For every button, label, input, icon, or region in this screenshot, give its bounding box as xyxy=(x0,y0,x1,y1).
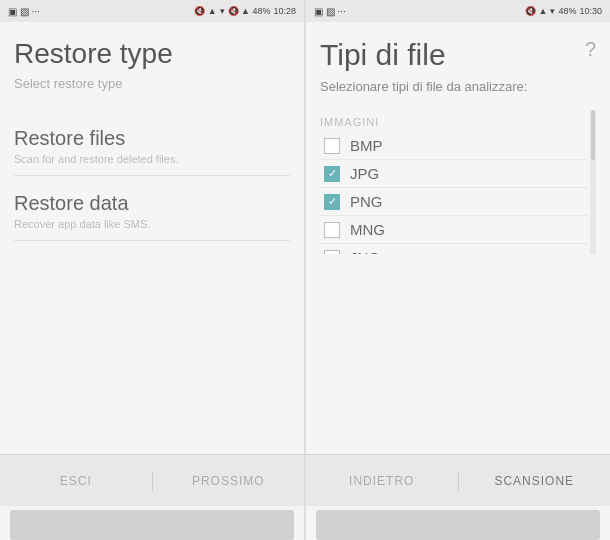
right-bottom-bar: INDIETRO SCANSIONE xyxy=(306,454,610,506)
indietro-button[interactable]: INDIETRO xyxy=(306,474,458,488)
mng-label: MNG xyxy=(350,221,385,238)
file-list-container: IMMAGINI BMP JPG PNG MNG xyxy=(320,110,596,254)
file-list: IMMAGINI BMP JPG PNG MNG xyxy=(320,110,588,254)
immagini-category: IMMAGINI xyxy=(320,110,588,132)
left-status-bar: ▣ ▨ ··· 🔇 ▲ ▾ 🔇 ▲ 48% 10:28 xyxy=(0,0,304,22)
left-status-left-icons: ▣ ▨ ··· xyxy=(8,6,40,17)
scrollbar[interactable] xyxy=(590,110,596,254)
mng-checkbox[interactable] xyxy=(324,222,340,238)
left-mute-icon: 🔇 xyxy=(194,6,205,16)
right-battery: 48% xyxy=(558,6,576,16)
jpg-label: JPG xyxy=(350,165,379,182)
scrollbar-thumb[interactable] xyxy=(591,110,595,160)
restore-data-item[interactable]: Restore data Recover app data like SMS. xyxy=(14,176,290,241)
right-status-left-icons: ▣ ▨ ··· xyxy=(314,6,346,17)
left-status-right: 🔇 ▲ ▾ 🔇 ▲ 48% 10:28 xyxy=(194,6,296,16)
restore-type-subtitle: Select restore type xyxy=(14,76,290,91)
restore-files-item[interactable]: Restore files Scan for and restore delet… xyxy=(14,111,290,176)
png-item[interactable]: PNG xyxy=(320,188,588,216)
right-mute-icon: 🔇 xyxy=(525,6,536,16)
help-button[interactable]: ? xyxy=(585,38,596,61)
jng-label: JNG xyxy=(350,249,380,254)
right-bottom-gray-bar xyxy=(316,510,600,540)
bmp-label: BMP xyxy=(350,137,383,154)
png-checkbox[interactable] xyxy=(324,194,340,210)
restore-files-desc: Scan for and restore deleted files. xyxy=(14,153,290,165)
right-wifi-icon: ▾ xyxy=(550,6,555,16)
right-panel: ▣ ▨ ··· 🔇 ▲ ▾ 48% 10:30 Tipi di file ? S… xyxy=(305,0,610,540)
left-panel-content: Restore type Select restore type Restore… xyxy=(0,22,304,254)
left-bottom-bar: ESCI PROSSIMO xyxy=(0,454,304,506)
bmp-item[interactable]: BMP xyxy=(320,132,588,160)
mng-item[interactable]: MNG xyxy=(320,216,588,244)
right-header: Tipi di file ? xyxy=(320,38,596,72)
restore-type-title: Restore type xyxy=(14,38,290,70)
right-time: 10:30 xyxy=(579,6,602,16)
scansione-button[interactable]: SCANSIONE xyxy=(459,474,611,488)
esci-button[interactable]: ESCI xyxy=(0,474,152,488)
jng-checkbox[interactable] xyxy=(324,250,340,254)
right-signal-icon: ▲ xyxy=(539,6,548,16)
restore-data-title: Restore data xyxy=(14,192,290,215)
jpg-item[interactable]: JPG xyxy=(320,160,588,188)
left-signal-icon: ▲ xyxy=(208,6,217,16)
right-status-right: 🔇 ▲ ▾ 48% 10:30 xyxy=(525,6,602,16)
file-types-title: Tipi di file xyxy=(320,38,446,72)
png-label: PNG xyxy=(350,193,383,210)
bmp-checkbox[interactable] xyxy=(324,138,340,154)
left-battery: 🔇 ▲ 48% xyxy=(228,6,271,16)
left-wifi-icon: ▾ xyxy=(220,6,225,16)
jpg-checkbox[interactable] xyxy=(324,166,340,182)
restore-files-title: Restore files xyxy=(14,127,290,150)
left-bottom-gray-bar xyxy=(10,510,294,540)
file-types-subtitle: Selezionare tipi di file da analizzare: xyxy=(320,78,596,96)
shred-item[interactable]: Shred Erase deleted files from device. xyxy=(14,241,290,254)
left-time: 10:28 xyxy=(273,6,296,16)
restore-data-desc: Recover app data like SMS. xyxy=(14,218,290,230)
prossimo-button[interactable]: PROSSIMO xyxy=(153,474,305,488)
left-panel: ▣ ▨ ··· 🔇 ▲ ▾ 🔇 ▲ 48% 10:28 Restore type… xyxy=(0,0,305,540)
right-status-bar: ▣ ▨ ··· 🔇 ▲ ▾ 48% 10:30 xyxy=(306,0,610,22)
jng-item[interactable]: JNG xyxy=(320,244,588,254)
right-panel-content: Tipi di file ? Selezionare tipi di file … xyxy=(306,22,610,254)
